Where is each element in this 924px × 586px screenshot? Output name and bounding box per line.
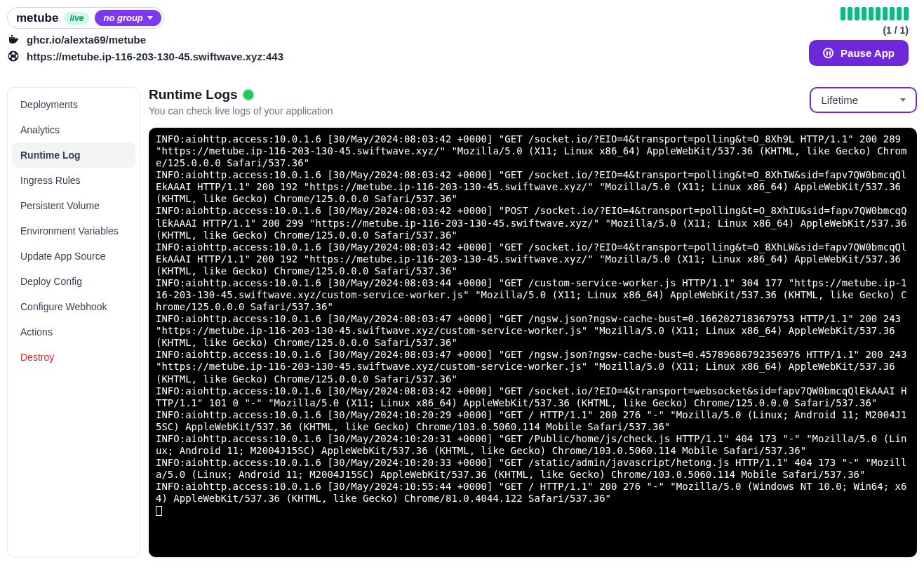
- cursor-icon: [156, 506, 162, 516]
- image-line: ghcr.io/alexta69/metube: [7, 33, 283, 46]
- replica-count: (1 / 1): [883, 25, 909, 36]
- page-title: Runtime Logs: [149, 87, 238, 102]
- url-line[interactable]: https://metube.ip-116-203-130-45.swiftwa…: [7, 50, 283, 62]
- app-header-pill: metube live no group: [7, 7, 164, 29]
- page-subtitle: You can check live logs of your applicat…: [149, 105, 333, 116]
- container-image: ghcr.io/alexta69/metube: [27, 34, 146, 46]
- health-indicator: [841, 7, 909, 20]
- sidebar: DeploymentsAnalyticsRuntime LogIngress R…: [7, 87, 140, 557]
- sidebar-item-destroy[interactable]: Destroy: [12, 345, 135, 370]
- online-indicator-icon: [243, 90, 253, 100]
- sidebar-item-deployments[interactable]: Deployments: [12, 92, 135, 117]
- group-selector[interactable]: no group: [95, 10, 161, 26]
- app-url: https://metube.ip-116-203-130-45.swiftwa…: [27, 51, 283, 62]
- sidebar-item-persistent-volume[interactable]: Persistent Volume: [12, 193, 135, 218]
- sidebar-item-deploy-config[interactable]: Deploy Config: [12, 269, 135, 294]
- sidebar-item-configure-webhook[interactable]: Configure Webhook: [12, 294, 135, 319]
- live-badge: live: [64, 12, 89, 25]
- app-name: metube: [16, 11, 58, 25]
- sidebar-item-runtime-log[interactable]: Runtime Log: [12, 142, 135, 168]
- chevron-down-icon: [147, 16, 153, 20]
- sidebar-item-ingress-rules[interactable]: Ingress Rules: [12, 168, 135, 193]
- time-range-value: Lifetime: [821, 94, 858, 106]
- chevron-down-icon: [900, 98, 906, 102]
- sidebar-item-analytics[interactable]: Analytics: [12, 117, 135, 142]
- pause-label: Pause App: [841, 47, 895, 59]
- docker-icon: [7, 33, 20, 46]
- globe-icon: [7, 50, 20, 62]
- time-range-select[interactable]: Lifetime: [810, 87, 917, 113]
- group-label: no group: [103, 13, 142, 23]
- sidebar-item-environment-variables[interactable]: Environment Variables: [12, 218, 135, 244]
- pause-icon: [823, 48, 833, 58]
- log-output[interactable]: INFO:aiohttp.access:10.0.1.6 [30/May/202…: [149, 128, 917, 557]
- sidebar-item-update-app-source[interactable]: Update App Source: [12, 244, 135, 269]
- sidebar-item-actions[interactable]: Actions: [12, 319, 135, 345]
- pause-app-button[interactable]: Pause App: [809, 40, 909, 66]
